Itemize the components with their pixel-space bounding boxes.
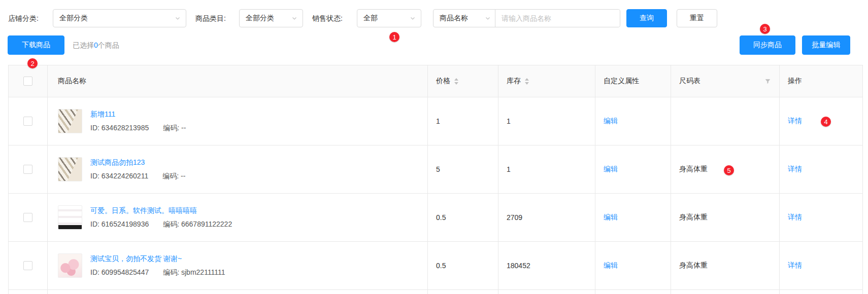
product-category-select[interactable]: 全部分类 xyxy=(239,9,303,27)
batch-edit-button[interactable]: 批量编辑 xyxy=(802,35,850,55)
edit-attr-link[interactable]: 编辑 xyxy=(604,117,618,126)
header-actions-label: 操作 xyxy=(788,77,802,86)
table-row xyxy=(9,290,862,294)
chevron-down-icon xyxy=(410,15,416,21)
header-price: 价格 xyxy=(428,65,498,97)
selected-suffix: 个商品 xyxy=(98,41,119,49)
product-meta: ID: 634224260211编码: -- xyxy=(90,172,185,181)
selected-count: 0 xyxy=(94,41,98,49)
price-cell: 0.5 xyxy=(428,194,498,241)
detail-link[interactable]: 详情 xyxy=(788,165,802,174)
shop-category-label: 店铺分类: xyxy=(8,9,39,27)
table-row: 新增111 ID: 634628213985编码: -- 1 1 编辑 详情 xyxy=(9,97,862,145)
header-name: 商品名称 xyxy=(48,65,428,97)
detail-link[interactable]: 详情 xyxy=(788,261,802,270)
sync-products-button[interactable]: 同步商品 xyxy=(740,35,795,55)
size-chart-value: 身高体重 xyxy=(679,261,708,270)
price-sort-icon[interactable] xyxy=(454,78,458,85)
header-actions: 操作 xyxy=(780,65,863,97)
selected-prefix: 已选择 xyxy=(73,41,94,49)
annotation-marker-4: 4 xyxy=(821,117,831,127)
edit-attr-link[interactable]: 编辑 xyxy=(604,213,618,222)
chevron-down-icon xyxy=(175,15,181,21)
product-name-search-group: 商品名称 xyxy=(433,9,620,27)
product-meta: ID: 609954825447编码: sjbm22111111 xyxy=(90,268,225,277)
search-field-select[interactable]: 商品名称 xyxy=(433,10,495,27)
product-thumbnail xyxy=(58,253,82,278)
selected-count-text: 已选择0个商品 xyxy=(73,35,119,55)
header-custom-attr-label: 自定义属性 xyxy=(604,77,639,86)
header-stock-label: 库存 xyxy=(507,77,521,86)
shop-category-value: 全部分类 xyxy=(59,14,88,23)
product-thumbnail xyxy=(58,109,82,133)
header-stock: 库存 xyxy=(498,65,595,97)
table-row: 可爱。日系。软件测试。嘻嘻嘻嘻 ID: 616524198936编码: 6667… xyxy=(9,194,862,242)
product-code: 编码: -- xyxy=(163,124,186,132)
annotation-marker-3: 3 xyxy=(760,24,770,34)
product-code: 编码: -- xyxy=(162,172,185,180)
row-checkbox[interactable] xyxy=(23,165,32,174)
download-products-button[interactable]: 下载商品 xyxy=(8,35,64,55)
stock-cell: 1 xyxy=(498,145,595,193)
product-code: 编码: sjbm22111111 xyxy=(163,268,225,276)
product-id: ID: 609954825447 xyxy=(90,268,149,276)
sale-status-value: 全部 xyxy=(363,14,378,23)
product-id: ID: 616524198936 xyxy=(90,220,149,228)
header-checkbox-cell xyxy=(9,65,48,97)
chevron-down-icon xyxy=(291,15,297,21)
query-button[interactable]: 查询 xyxy=(626,9,667,27)
product-category-value: 全部分类 xyxy=(246,14,274,23)
sale-status-select[interactable]: 全部 xyxy=(357,9,421,27)
product-id: ID: 634628213985 xyxy=(90,124,149,132)
select-all-checkbox[interactable] xyxy=(23,77,32,86)
product-title-link[interactable]: 可爱。日系。软件测试。嘻嘻嘻嘻 xyxy=(90,206,232,215)
row-checkbox[interactable] xyxy=(23,213,32,222)
stock-cell: 180452 xyxy=(498,242,595,289)
product-thumbnail xyxy=(58,205,82,230)
stock-sort-icon[interactable] xyxy=(525,78,529,85)
sale-status-label: 销售状态: xyxy=(312,9,343,27)
table-body: 新增111 ID: 634628213985编码: -- 1 1 编辑 详情 xyxy=(9,97,862,294)
edit-attr-link[interactable]: 编辑 xyxy=(604,261,618,270)
header-size-chart: 尺码表 xyxy=(671,65,780,97)
price-cell: 0.5 xyxy=(428,242,498,289)
product-table: 商品名称 价格 库存 自定义属性 尺码表 xyxy=(8,65,863,294)
row-checkbox[interactable] xyxy=(23,261,32,270)
product-category-label: 商品类目: xyxy=(195,9,226,27)
table-row: 测试商品勿拍123 ID: 634224260211编码: -- 5 1 编辑 … xyxy=(9,145,862,194)
size-chart-value: 身高体重 xyxy=(679,165,708,174)
size-chart-value: 身高体重 xyxy=(679,213,708,222)
shop-category-select[interactable]: 全部分类 xyxy=(53,9,186,27)
product-meta: ID: 634628213985编码: -- xyxy=(90,124,186,133)
price-cell: 1 xyxy=(428,97,498,145)
product-title-link[interactable]: 测试宝贝，勿拍不发货 谢谢~ xyxy=(90,254,225,264)
annotation-marker-2: 2 xyxy=(27,58,38,68)
detail-link[interactable]: 详情 xyxy=(788,117,802,126)
product-thumbnail xyxy=(58,157,82,181)
annotation-marker-1: 1 xyxy=(389,32,399,42)
reset-button[interactable]: 重置 xyxy=(677,9,717,27)
table-header: 商品名称 价格 库存 自定义属性 尺码表 xyxy=(9,65,862,97)
search-field-value: 商品名称 xyxy=(440,14,468,23)
product-title-link[interactable]: 新增111 xyxy=(90,110,186,119)
header-size-chart-label: 尺码表 xyxy=(679,77,700,86)
price-cell: 5 xyxy=(428,145,498,193)
product-id: ID: 634224260211 xyxy=(90,172,148,180)
product-title-link[interactable]: 测试商品勿拍123 xyxy=(90,158,185,167)
edit-attr-link[interactable]: 编辑 xyxy=(604,165,618,174)
stock-cell: 1 xyxy=(498,97,595,145)
product-meta: ID: 616524198936编码: 6667891122222 xyxy=(90,220,232,229)
header-custom-attr: 自定义属性 xyxy=(595,65,671,97)
annotation-marker-5: 5 xyxy=(724,165,734,175)
stock-cell: 2709 xyxy=(498,194,595,241)
table-row: 测试宝贝，勿拍不发货 谢谢~ ID: 609954825447编码: sjbm2… xyxy=(9,242,862,290)
detail-link[interactable]: 详情 xyxy=(788,213,802,222)
filter-funnel-icon[interactable] xyxy=(764,78,771,85)
chevron-down-icon xyxy=(485,15,491,21)
header-price-label: 价格 xyxy=(436,77,450,86)
product-name-input[interactable] xyxy=(495,10,620,27)
row-checkbox[interactable] xyxy=(23,117,32,126)
product-code: 编码: 6667891122222 xyxy=(163,220,232,228)
header-name-label: 商品名称 xyxy=(58,77,86,86)
product-management-page: 店铺分类: 全部分类 商品类目: 全部分类 销售状态: 全部 商品名称 查询 重… xyxy=(0,0,868,294)
